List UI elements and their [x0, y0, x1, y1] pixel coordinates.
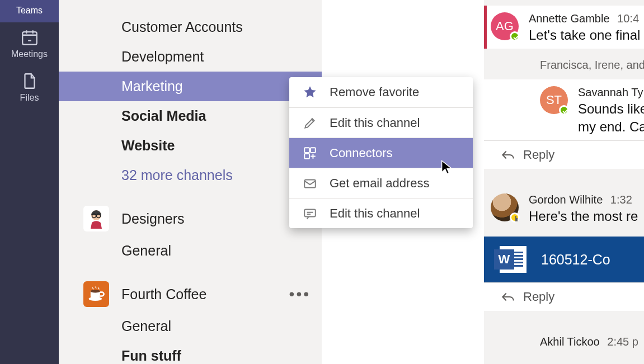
channel-fun-stuff[interactable]: Fun stuff — [59, 341, 322, 364]
svg-rect-10 — [304, 209, 316, 216]
channel-website[interactable]: Website — [59, 131, 322, 160]
message-text: Here's the most re — [529, 209, 644, 224]
message-author: Savannah Ty — [578, 86, 643, 98]
team-designers[interactable]: Designers — [59, 201, 322, 236]
svg-rect-0 — [22, 32, 37, 45]
message-body: Gordon Wilhite 1:32 Here's the most re — [529, 193, 644, 224]
message-body: Akhil Tickoo 2:45 p — [540, 335, 644, 348]
menu-edit-channel[interactable]: Edit this channel — [289, 107, 473, 138]
menu-label: Remove favorite — [330, 85, 419, 100]
reply-icon — [501, 291, 515, 302]
message-header: Savannah Ty — [578, 86, 644, 99]
menu-label: Edit this channel — [330, 116, 420, 130]
rail-item-label: Teams — [16, 6, 43, 16]
team-more-icon[interactable]: ••• — [289, 285, 311, 303]
menu-label: Connectors — [330, 146, 393, 160]
presence-away-icon — [510, 212, 520, 223]
designers-avatar-icon — [85, 207, 107, 230]
team-avatar-designers — [83, 206, 109, 231]
channel-context-menu: Remove favorite Edit this channel Connec… — [289, 77, 473, 228]
message-author: Akhil Tickoo — [540, 335, 600, 348]
channel-pane: Customer Accounts Development Marketing … — [59, 0, 322, 364]
channel-marketing[interactable]: Marketing — [59, 72, 322, 101]
thread: Gordon Wilhite 1:32 Here's the most re W… — [484, 181, 644, 311]
channel-development[interactable]: Development — [59, 42, 322, 72]
calendar-icon — [20, 28, 39, 47]
channel-label: Website — [121, 138, 175, 154]
message[interactable]: Akhil Tickoo 2:45 p — [484, 329, 644, 354]
channel-general-2[interactable]: General — [59, 311, 322, 341]
app-rail: Teams Meetings Files — [0, 0, 59, 364]
rail-item-files[interactable]: Files — [0, 66, 59, 110]
message-time: 2:45 p — [607, 335, 638, 348]
menu-label: Get email address — [330, 176, 430, 191]
message-text: Let's take one final — [529, 27, 644, 43]
coffee-cup-icon — [87, 285, 106, 304]
cursor-icon — [439, 159, 455, 175]
attachment-name: 160512-Co — [541, 252, 610, 268]
team-avatar-fourth-coffee — [83, 281, 109, 307]
star-icon — [303, 85, 317, 100]
reply-button[interactable]: Reply — [484, 282, 644, 311]
word-icon: W — [500, 246, 527, 273]
channel-general-1[interactable]: General — [59, 236, 322, 266]
svg-rect-6 — [304, 148, 309, 153]
avatar: ST — [540, 86, 568, 114]
more-channels-label: 32 more channels — [121, 167, 233, 183]
message[interactable]: AG Annette Gamble 10:4 Let's take one fi… — [484, 6, 644, 49]
avatar-initials: ST — [546, 93, 562, 107]
reply-icon — [501, 149, 515, 160]
team-fourth-coffee[interactable]: Fourth Coffee ••• — [59, 277, 322, 311]
seen-by: Francisca, Irene, and — [484, 49, 644, 79]
more-channels-link[interactable]: 32 more channels — [59, 160, 322, 190]
svg-point-5 — [91, 290, 100, 292]
connectors-icon — [303, 146, 317, 160]
thread: AG Annette Gamble 10:4 Let's take one fi… — [484, 0, 644, 169]
svg-rect-8 — [304, 154, 309, 159]
chat-edit-icon — [303, 206, 317, 221]
message-time: 10:4 — [617, 12, 639, 25]
presence-available-icon — [510, 31, 520, 41]
channel-label: Marketing — [121, 78, 183, 94]
channel-label: Social Media — [121, 108, 206, 124]
channel-customer-accounts[interactable]: Customer Accounts — [59, 12, 322, 42]
channel-label: General — [121, 243, 171, 259]
rail-item-label: Files — [20, 93, 39, 103]
message-body: Savannah Ty Sounds like my end. Ca — [578, 86, 644, 135]
message-text: Sounds like — [578, 101, 644, 117]
reply-label: Reply — [523, 290, 554, 304]
message-text: my end. Ca — [578, 119, 644, 135]
team-label: Designers — [121, 211, 185, 227]
message-pane: AG Annette Gamble 10:4 Let's take one fi… — [484, 0, 644, 364]
rail-item-meetings[interactable]: Meetings — [0, 22, 59, 66]
message-header: Gordon Wilhite 1:32 — [529, 193, 644, 206]
pencil-icon — [303, 116, 317, 130]
channel-label: General — [121, 318, 171, 334]
message-author: Gordon Wilhite — [529, 193, 603, 206]
rail-item-teams[interactable]: Teams — [0, 0, 59, 22]
message-body: Annette Gamble 10:4 Let's take one final — [529, 12, 644, 43]
channel-label: Development — [121, 49, 204, 65]
message-author: Annette Gamble — [529, 12, 610, 25]
svg-rect-9 — [304, 179, 316, 187]
avatar-initials: AG — [496, 19, 514, 34]
message-header: Akhil Tickoo 2:45 p — [540, 335, 644, 348]
thread: Akhil Tickoo 2:45 p — [484, 323, 644, 354]
word-attachment[interactable]: W 160512-Co — [484, 237, 644, 282]
menu-remove-favorite[interactable]: Remove favorite — [289, 77, 473, 107]
menu-label: Edit this channel — [330, 206, 420, 221]
message-time: 1:32 — [610, 193, 632, 206]
reply-label: Reply — [523, 148, 554, 162]
menu-edit-channel-2[interactable]: Edit this channel — [289, 198, 473, 228]
avatar — [491, 193, 519, 221]
svg-rect-7 — [311, 148, 316, 153]
avatar: AG — [491, 12, 519, 40]
message[interactable]: Gordon Wilhite 1:32 Here's the most re — [484, 187, 644, 230]
message-reply[interactable]: ST Savannah Ty Sounds like my end. Ca — [484, 79, 644, 140]
message-header: Annette Gamble 10:4 — [529, 12, 644, 25]
reply-button[interactable]: Reply — [484, 140, 644, 169]
channel-social-media[interactable]: Social Media — [59, 101, 322, 131]
channel-label: Fun stuff — [121, 348, 181, 364]
presence-available-icon — [559, 105, 569, 115]
channel-label: Customer Accounts — [121, 19, 243, 35]
